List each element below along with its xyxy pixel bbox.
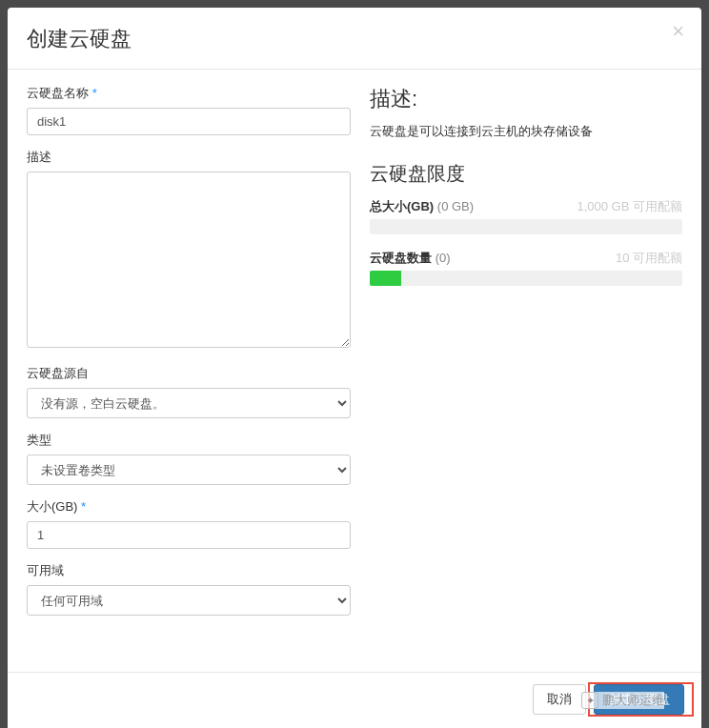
create-volume-modal: 创建云硬盘 × 云硬盘名称 * 描述 云硬盘源自 没有源，空白云硬盘。 xyxy=(8,8,701,728)
desc-textarea[interactable] xyxy=(27,172,351,348)
cancel-button[interactable]: 取消 xyxy=(533,684,586,715)
field-name: 云硬盘名称 * xyxy=(27,85,351,135)
size-input[interactable] xyxy=(27,521,351,549)
required-mark: * xyxy=(92,86,97,100)
name-input[interactable] xyxy=(27,108,351,135)
quota-count-current: (0) xyxy=(436,251,451,265)
field-type: 类型 未设置卷类型 xyxy=(27,432,351,485)
az-select[interactable]: 任何可用域 xyxy=(27,585,351,616)
field-az: 可用域 任何可用域 xyxy=(27,562,351,616)
info-desc-heading: 描述: xyxy=(370,85,682,113)
required-mark: * xyxy=(81,499,86,514)
source-select[interactable]: 没有源，空白云硬盘。 xyxy=(27,388,351,418)
modal-header: 创建云硬盘 × xyxy=(8,8,701,70)
quota-heading: 云硬盘限度 xyxy=(370,161,682,187)
watermark-text: 鹏大师运维 xyxy=(602,692,664,709)
watermark: ✦ 鹏大师运维 xyxy=(581,692,664,709)
wechat-icon: ✦ xyxy=(581,692,598,709)
quota-total-size: 总大小(GB) (0 GB) 1,000 GB 可用配额 xyxy=(370,198,682,234)
az-label: 可用域 xyxy=(27,562,351,579)
field-description: 描述 xyxy=(27,149,351,352)
quota-count-fill xyxy=(370,271,401,286)
quota-count-avail: 10 可用配额 xyxy=(616,250,682,267)
close-button[interactable]: × xyxy=(672,21,684,42)
field-source: 云硬盘源自 没有源，空白云硬盘。 xyxy=(27,365,351,418)
form-column: 云硬盘名称 * 描述 云硬盘源自 没有源，空白云硬盘。 类型 未设置卷类型 xyxy=(27,85,351,664)
quota-count-label: 云硬盘数量 xyxy=(370,251,432,265)
quota-size-bar xyxy=(370,219,682,234)
type-label: 类型 xyxy=(27,432,351,449)
type-select[interactable]: 未设置卷类型 xyxy=(27,455,351,485)
field-size: 大小(GB) * xyxy=(27,498,351,549)
quota-count-bar xyxy=(370,271,682,286)
size-label: 大小(GB) * xyxy=(27,498,351,516)
quota-size-current: (0 GB) xyxy=(437,199,474,213)
source-label: 云硬盘源自 xyxy=(27,365,351,382)
desc-label: 描述 xyxy=(27,149,351,166)
modal-title: 创建云硬盘 xyxy=(27,25,682,53)
quota-size-label: 总大小(GB) xyxy=(370,199,434,213)
info-column: 描述: 云硬盘是可以连接到云主机的块存储设备 云硬盘限度 总大小(GB) (0 … xyxy=(370,85,682,664)
info-desc-text: 云硬盘是可以连接到云主机的块存储设备 xyxy=(370,123,682,140)
quota-count: 云硬盘数量 (0) 10 可用配额 xyxy=(370,250,682,286)
quota-size-avail: 1,000 GB 可用配额 xyxy=(577,198,682,215)
name-label: 云硬盘名称 * xyxy=(27,85,351,102)
modal-body: 云硬盘名称 * 描述 云硬盘源自 没有源，空白云硬盘。 类型 未设置卷类型 xyxy=(8,70,701,672)
